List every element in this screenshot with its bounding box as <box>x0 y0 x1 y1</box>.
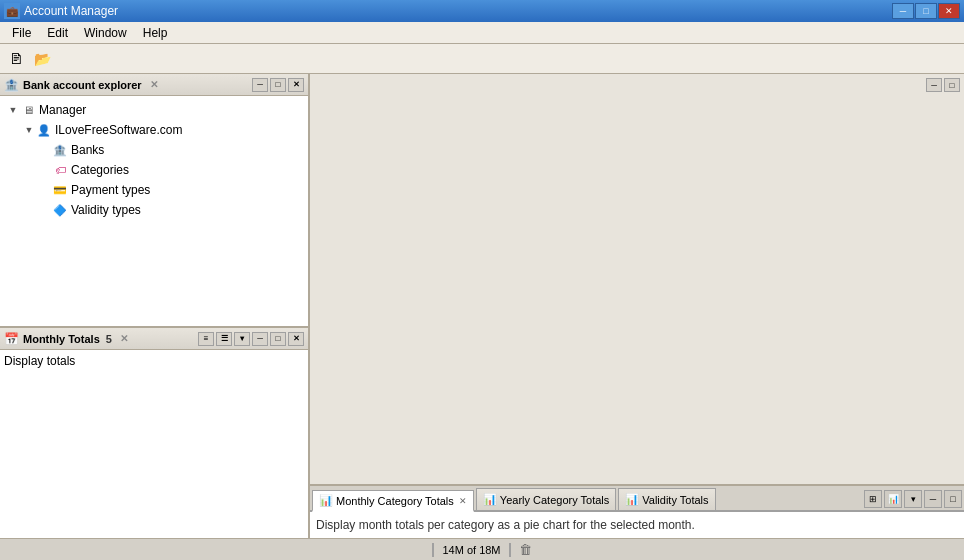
tab-chart-btn[interactable]: 📊 <box>884 490 902 508</box>
trash-icon[interactable]: 🗑 <box>519 542 532 557</box>
tab-dropdown-btn[interactable]: ▾ <box>904 490 922 508</box>
monthly-cat-tab-close[interactable]: ✕ <box>459 496 467 506</box>
titlebar-controls: ─ □ ✕ <box>892 3 960 19</box>
monthly-totals-content: Display totals <box>0 350 308 538</box>
tree-label-validity: Validity types <box>71 203 141 217</box>
bank-explorer-icon: 🏦 <box>4 78 19 92</box>
payment-icon: 💳 <box>52 182 68 198</box>
monthly-totals-header: 📅 Monthly Totals 5 ✕ ≡ ☰ ▾ ─ □ ✕ <box>0 328 308 350</box>
monthly-dropdown-btn[interactable]: ▾ <box>234 332 250 346</box>
categories-icon: 🏷 <box>52 162 68 178</box>
monthly-totals-controls: ≡ ☰ ▾ ─ □ ✕ <box>198 332 304 346</box>
toolbar: 🖹 📂 <box>0 44 964 74</box>
tree-label-categories: Categories <box>71 163 129 177</box>
tree-item-site[interactable]: ▼ 👤 ILoveFreeSoftware.com <box>4 120 304 140</box>
expand-site[interactable]: ▼ <box>22 123 36 137</box>
monthly-totals-icon: 📅 <box>4 332 19 346</box>
validity-icon: 🔷 <box>52 202 68 218</box>
tree-item-manager[interactable]: ▼ 🖥 Manager <box>4 100 304 120</box>
tab-grid-btn[interactable]: ⊞ <box>864 490 882 508</box>
monthly-minimize-btn[interactable]: ─ <box>252 332 268 346</box>
tab-minimize-btn[interactable]: ─ <box>924 490 942 508</box>
tree-item-validity-types[interactable]: ▶ 🔷 Validity types <box>4 200 304 220</box>
yearly-cat-tab-label: Yearly Category Totals <box>500 494 609 506</box>
tab-yearly-category[interactable]: 📊 Yearly Category Totals <box>476 488 616 510</box>
statusbar-memory: 14M of 18M <box>442 544 500 556</box>
app-title: Account Manager <box>24 4 118 18</box>
monthly-totals-number: 5 <box>106 333 112 345</box>
validity-tab-label: Validity Totals <box>642 494 708 506</box>
statusbar: 14M of 18M 🗑 <box>0 538 964 560</box>
monthly-list-btn[interactable]: ☰ <box>216 332 232 346</box>
top-right-controls: ─ □ <box>926 78 960 92</box>
tree-label-payment: Payment types <box>71 183 150 197</box>
tree-label-banks: Banks <box>71 143 104 157</box>
tree-item-payment-types[interactable]: ▶ 💳 Payment types <box>4 180 304 200</box>
bottom-right-panel: 📊 Monthly Category Totals ✕ 📊 Yearly Cat… <box>310 486 964 538</box>
tree-item-categories[interactable]: ▶ 🏷 Categories <box>4 160 304 180</box>
bank-explorer-panel: 🏦 Bank account explorer ✕ ─ □ ✕ ▼ 🖥 Mana… <box>0 74 308 326</box>
bank-explorer-controls: ─ □ ✕ <box>252 78 304 92</box>
monthly-close-btn[interactable]: ✕ <box>288 332 304 346</box>
toolbar-new-button[interactable]: 🖹 <box>4 47 28 71</box>
maximize-button[interactable]: □ <box>915 3 937 19</box>
tab-content-text: Display month totals per category as a p… <box>316 518 695 532</box>
tab-content-area: Display month totals per category as a p… <box>310 512 964 538</box>
menubar: File Edit Window Help <box>0 22 964 44</box>
tab-bar: 📊 Monthly Category Totals ✕ 📊 Yearly Cat… <box>310 486 964 512</box>
tab-monthly-category[interactable]: 📊 Monthly Category Totals ✕ <box>312 490 474 512</box>
tab-validity-totals[interactable]: 📊 Validity Totals <box>618 488 715 510</box>
monthly-totals-panel: 📅 Monthly Totals 5 ✕ ≡ ☰ ▾ ─ □ ✕ Display… <box>0 326 308 538</box>
menu-edit[interactable]: Edit <box>39 24 76 42</box>
menu-window[interactable]: Window <box>76 24 135 42</box>
monthly-totals-title: Monthly Totals <box>23 333 100 345</box>
top-right-maximize-btn[interactable]: □ <box>944 78 960 92</box>
manager-icon: 🖥 <box>20 102 36 118</box>
app-icon: 💼 <box>4 3 20 19</box>
monthly-sort-btn[interactable]: ≡ <box>198 332 214 346</box>
left-panel: 🏦 Bank account explorer ✕ ─ □ ✕ ▼ 🖥 Mana… <box>0 74 310 538</box>
banks-icon: 🏦 <box>52 142 68 158</box>
close-button[interactable]: ✕ <box>938 3 960 19</box>
monthly-cat-tab-label: Monthly Category Totals <box>336 495 454 507</box>
menu-file[interactable]: File <box>4 24 39 42</box>
bank-explorer-restore-btn[interactable]: □ <box>270 78 286 92</box>
monthly-totals-text: Display totals <box>4 354 75 368</box>
monthly-totals-close-icon[interactable]: ✕ <box>120 333 128 344</box>
bank-explorer-close-btn[interactable]: ✕ <box>288 78 304 92</box>
validity-tab-icon: 📊 <box>625 493 639 506</box>
tab-bar-controls: ⊞ 📊 ▾ ─ □ <box>864 490 962 510</box>
bank-explorer-minimize-btn[interactable]: ─ <box>252 78 268 92</box>
statusbar-separator2 <box>509 543 511 557</box>
top-right-area: ─ □ <box>310 74 964 486</box>
toolbar-open-button[interactable]: 📂 <box>30 47 54 71</box>
menu-help[interactable]: Help <box>135 24 176 42</box>
tab-maximize-btn[interactable]: □ <box>944 490 962 508</box>
tree-label-site: ILoveFreeSoftware.com <box>55 123 182 137</box>
site-icon: 👤 <box>36 122 52 138</box>
bank-explorer-close-icon[interactable]: ✕ <box>150 79 158 90</box>
top-right-minimize-btn[interactable]: ─ <box>926 78 942 92</box>
bank-explorer-header: 🏦 Bank account explorer ✕ ─ □ ✕ <box>0 74 308 96</box>
minimize-button[interactable]: ─ <box>892 3 914 19</box>
tree-item-banks[interactable]: ▶ 🏦 Banks <box>4 140 304 160</box>
right-panel: ─ □ 📊 Monthly Category Totals ✕ 📊 Yearly… <box>310 74 964 538</box>
bank-explorer-tree: ▼ 🖥 Manager ▼ 👤 ILoveFreeSoftware.com ▶ … <box>0 96 308 326</box>
titlebar-left: 💼 Account Manager <box>4 3 118 19</box>
main-area: 🏦 Bank account explorer ✕ ─ □ ✕ ▼ 🖥 Mana… <box>0 74 964 538</box>
titlebar: 💼 Account Manager ─ □ ✕ <box>0 0 964 22</box>
bank-explorer-title: Bank account explorer <box>23 79 142 91</box>
monthly-cat-tab-icon: 📊 <box>319 494 333 507</box>
yearly-cat-tab-icon: 📊 <box>483 493 497 506</box>
expand-manager[interactable]: ▼ <box>6 103 20 117</box>
tree-label-manager: Manager <box>39 103 86 117</box>
statusbar-separator <box>432 543 434 557</box>
monthly-maximize-btn[interactable]: □ <box>270 332 286 346</box>
